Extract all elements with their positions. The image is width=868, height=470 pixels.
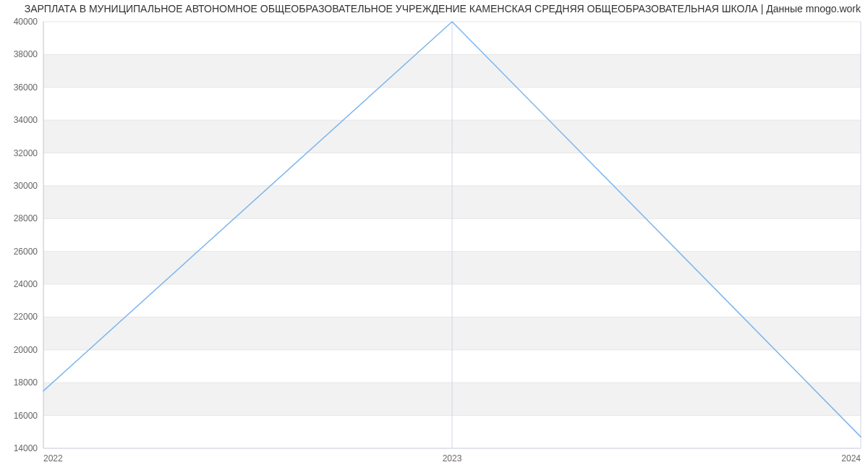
y-tick-label: 38000 xyxy=(14,49,38,59)
y-tick-label: 24000 xyxy=(14,279,38,289)
y-tick-label: 16000 xyxy=(14,411,38,421)
chart-container: ЗАРПЛАТА В МУНИЦИПАЛЬНОЕ АВТОНОМНОЕ ОБЩЕ… xyxy=(0,0,868,470)
x-tick-label: 2023 xyxy=(443,453,462,463)
chart-title: ЗАРПЛАТА В МУНИЦИПАЛЬНОЕ АВТОНОМНОЕ ОБЩЕ… xyxy=(7,3,861,14)
y-tick-label: 14000 xyxy=(14,443,38,453)
y-tick-label: 40000 xyxy=(14,17,38,27)
y-tick-label: 22000 xyxy=(14,312,38,322)
y-tick-label: 26000 xyxy=(14,247,38,257)
x-tick-label: 2022 xyxy=(43,453,63,463)
y-tick-label: 20000 xyxy=(14,345,38,355)
chart-svg: 1400016000180002000022000240002600028000… xyxy=(0,0,868,470)
y-tick-label: 28000 xyxy=(14,213,38,223)
y-tick-label: 18000 xyxy=(14,377,38,388)
y-tick-label: 34000 xyxy=(14,115,38,125)
x-tick-label: 2024 xyxy=(841,453,861,463)
y-tick-label: 36000 xyxy=(14,82,38,93)
y-tick-label: 30000 xyxy=(14,181,38,191)
y-tick-label: 32000 xyxy=(14,148,38,158)
